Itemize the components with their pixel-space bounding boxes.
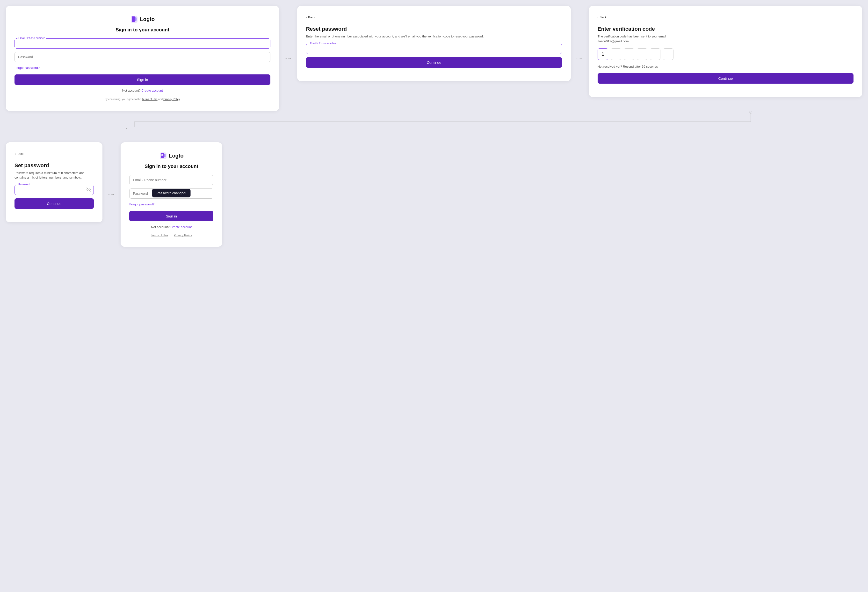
svg-rect-3 <box>133 18 134 18</box>
logto-icon <box>130 15 138 23</box>
logo-text-2: Logto <box>169 153 184 159</box>
panel3-title: Enter verification code <box>598 26 853 32</box>
password-field-group <box>15 52 270 62</box>
panel2-email-label: Email / Phone number <box>309 42 337 45</box>
logo-text: Logto <box>140 16 155 22</box>
page-layout: Logto Sign in to your account Email / Ph… <box>6 6 862 247</box>
forgot-password-link[interactable]: Forgot password? <box>15 66 40 69</box>
svg-rect-13 <box>164 154 165 157</box>
back-chevron-icon2: ‹ <box>598 15 599 19</box>
back-button-panel2[interactable]: ‹ Back <box>306 15 315 19</box>
connector-svg <box>6 111 862 128</box>
panel3-continue-button[interactable]: Continue <box>598 73 853 84</box>
panel2-subtitle: Enter the email or phone number associat… <box>306 34 562 39</box>
code-input-3[interactable] <box>624 48 634 60</box>
panel2-title: Reset password <box>306 26 562 32</box>
email-field-group: Email / Phone number <box>15 38 270 49</box>
svg-rect-2 <box>134 18 137 21</box>
panel4-subtitle: Password requires a minimum of 8 charact… <box>15 171 94 180</box>
flow-connector: ↓ <box>6 111 862 128</box>
create-account-text: Not account? Create account <box>15 89 270 92</box>
panel3-subtitle: The verification code has been sent to y… <box>598 34 853 43</box>
code-input-1[interactable] <box>598 48 608 60</box>
panel2-email-field-group: Email / Phone number <box>306 44 562 54</box>
top-row: Logto Sign in to your account Email / Ph… <box>6 6 862 111</box>
email-label: Email / Phone number <box>18 37 46 39</box>
privacy-policy-link[interactable]: Privacy Policy <box>163 97 180 100</box>
signin-panel: Logto Sign in to your account Email / Ph… <box>6 6 279 111</box>
arrow-2-3 <box>576 56 584 61</box>
back-button-panel4[interactable]: ‹ Back <box>15 152 24 156</box>
panel1-title: Sign in to your account <box>15 27 270 32</box>
panel5-terms-row: Terms of Use Privacy Policy <box>129 234 213 237</box>
panel5-create-account: Not account? Create account <box>129 225 213 229</box>
verification-codes-group <box>598 48 853 60</box>
panel5-terms-link[interactable]: Terms of Use <box>151 234 168 237</box>
email-input[interactable] <box>15 38 270 49</box>
code-input-2[interactable] <box>611 48 621 60</box>
panel4-continue-button[interactable]: Continue <box>15 198 94 209</box>
down-arrow: ↓ <box>125 125 128 130</box>
logto-icon-2 <box>159 152 167 160</box>
arrow-4-5 <box>107 192 116 197</box>
password-changed-toast: Password changed! <box>152 189 190 198</box>
panel4-password-label: Password <box>18 183 31 186</box>
password-input[interactable] <box>15 52 270 62</box>
panel5-email-input[interactable] <box>129 175 213 185</box>
logo-area: Logto <box>15 15 270 23</box>
set-password-panel: ‹ Back Set password Password requires a … <box>6 142 102 222</box>
resend-text: Not received yet? Resend after 59 second… <box>598 65 853 68</box>
svg-rect-4 <box>133 19 134 19</box>
svg-rect-14 <box>161 154 163 155</box>
verification-panel: ‹ Back Enter verification code The verif… <box>589 6 862 97</box>
arrow-1-2 <box>284 56 292 61</box>
panel4-password-group: Password <box>15 185 94 195</box>
panel5-privacy-link[interactable]: Privacy Policy <box>174 234 192 237</box>
logo-area-2: Logto <box>129 152 213 160</box>
code-input-6[interactable] <box>663 48 673 60</box>
sign-in-button[interactable]: Sign in <box>15 74 270 85</box>
terms-of-use-link[interactable]: Terms of Use <box>142 97 158 100</box>
code-input-4[interactable] <box>637 48 647 60</box>
svg-rect-15 <box>161 155 162 156</box>
panel5-sign-in-button[interactable]: Sign in <box>129 211 213 221</box>
panel2-continue-button[interactable]: Continue <box>306 57 562 68</box>
panel2-email-input[interactable] <box>306 44 562 54</box>
code-input-5[interactable] <box>650 48 660 60</box>
bottom-row: ‹ Back Set password Password requires a … <box>6 142 862 247</box>
create-account-link[interactable]: Create account <box>142 89 163 92</box>
panel5-password-group: Password changed! <box>129 189 213 199</box>
panel5-create-account-link[interactable]: Create account <box>170 225 192 229</box>
back-button-panel3[interactable]: ‹ Back <box>598 15 607 19</box>
terms-text: By continuing, you agree to the Terms of… <box>15 97 270 101</box>
signin-panel-2: Logto Sign in to your account Password c… <box>121 142 222 247</box>
reset-password-panel: ‹ Back Reset password Enter the email or… <box>297 6 571 81</box>
panel4-title: Set password <box>15 162 94 169</box>
eye-slash-icon[interactable] <box>87 187 91 193</box>
back-chevron-icon: ‹ <box>306 15 307 19</box>
panel5-email-group <box>129 175 213 185</box>
panel4-password-input[interactable] <box>15 185 94 195</box>
panel5-forgot-link[interactable]: Forgot password? <box>129 202 154 206</box>
panel5-title: Sign in to your account <box>129 164 213 169</box>
back-chevron-icon3: ‹ <box>15 152 15 156</box>
